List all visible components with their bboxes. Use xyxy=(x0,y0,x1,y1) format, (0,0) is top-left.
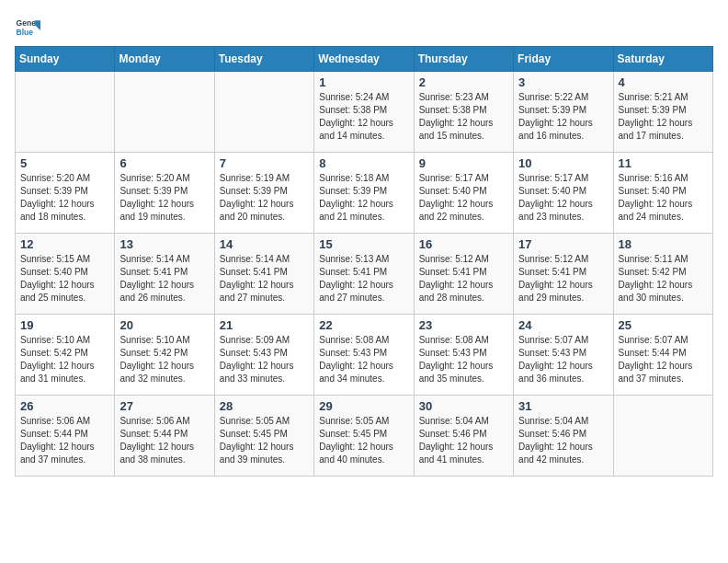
day-number: 18 xyxy=(619,237,708,251)
page-header: General Blue xyxy=(15,15,713,40)
calendar-cell: 25Sunrise: 5:07 AMSunset: 5:44 PMDayligh… xyxy=(613,315,712,396)
weekday-header-row: SundayMondayTuesdayWednesdayThursdayFrid… xyxy=(16,47,713,72)
day-number: 3 xyxy=(518,75,608,89)
day-info: Sunrise: 5:14 AMSunset: 5:41 PMDaylight:… xyxy=(119,253,209,304)
day-info: Sunrise: 5:13 AMSunset: 5:41 PMDaylight:… xyxy=(319,253,408,304)
weekday-header-tuesday: Tuesday xyxy=(214,47,313,72)
day-info: Sunrise: 5:12 AMSunset: 5:41 PMDaylight:… xyxy=(419,253,508,304)
day-number: 5 xyxy=(20,156,109,170)
calendar-cell: 1Sunrise: 5:24 AMSunset: 5:38 PMDaylight… xyxy=(314,72,414,153)
day-info: Sunrise: 5:20 AMSunset: 5:39 PMDaylight:… xyxy=(20,172,109,224)
calendar-cell: 20Sunrise: 5:10 AMSunset: 5:42 PMDayligh… xyxy=(115,315,214,396)
day-info: Sunrise: 5:24 AMSunset: 5:38 PMDaylight:… xyxy=(319,91,408,143)
day-number: 26 xyxy=(20,399,109,413)
day-info: Sunrise: 5:08 AMSunset: 5:43 PMDaylight:… xyxy=(419,334,508,385)
calendar-cell: 15Sunrise: 5:13 AMSunset: 5:41 PMDayligh… xyxy=(314,234,414,315)
day-number: 16 xyxy=(419,237,508,251)
day-number: 19 xyxy=(20,318,109,332)
day-number: 6 xyxy=(119,156,209,170)
calendar-cell: 3Sunrise: 5:22 AMSunset: 5:39 PMDaylight… xyxy=(514,72,613,153)
day-number: 29 xyxy=(319,399,408,413)
weekday-header-monday: Monday xyxy=(115,47,214,72)
weekday-header-wednesday: Wednesday xyxy=(314,47,414,72)
day-info: Sunrise: 5:22 AMSunset: 5:39 PMDaylight:… xyxy=(518,91,608,143)
day-number: 17 xyxy=(518,237,608,251)
day-number: 20 xyxy=(119,318,209,332)
day-number: 31 xyxy=(518,399,608,413)
calendar-week-5: 26Sunrise: 5:06 AMSunset: 5:44 PMDayligh… xyxy=(16,396,713,477)
day-number: 7 xyxy=(220,156,309,170)
weekday-header-saturday: Saturday xyxy=(613,47,712,72)
day-info: Sunrise: 5:08 AMSunset: 5:43 PMDaylight:… xyxy=(319,334,408,385)
svg-text:Blue: Blue xyxy=(17,28,34,37)
weekday-header-sunday: Sunday xyxy=(16,47,115,72)
day-number: 30 xyxy=(419,399,508,413)
day-info: Sunrise: 5:19 AMSunset: 5:39 PMDaylight:… xyxy=(220,172,309,224)
day-number: 21 xyxy=(220,318,309,332)
calendar-cell: 17Sunrise: 5:12 AMSunset: 5:41 PMDayligh… xyxy=(514,234,613,315)
day-info: Sunrise: 5:16 AMSunset: 5:40 PMDaylight:… xyxy=(619,172,708,224)
day-info: Sunrise: 5:17 AMSunset: 5:40 PMDaylight:… xyxy=(518,172,608,224)
day-number: 27 xyxy=(119,399,209,413)
calendar-cell: 18Sunrise: 5:11 AMSunset: 5:42 PMDayligh… xyxy=(613,234,712,315)
calendar-cell: 31Sunrise: 5:04 AMSunset: 5:46 PMDayligh… xyxy=(514,396,613,477)
calendar-cell: 28Sunrise: 5:05 AMSunset: 5:45 PMDayligh… xyxy=(214,396,313,477)
day-number: 22 xyxy=(319,318,408,332)
weekday-header-thursday: Thursday xyxy=(414,47,513,72)
day-info: Sunrise: 5:06 AMSunset: 5:44 PMDaylight:… xyxy=(20,415,109,466)
day-number: 11 xyxy=(619,156,708,170)
day-number: 2 xyxy=(419,75,508,89)
day-number: 25 xyxy=(619,318,708,332)
day-info: Sunrise: 5:15 AMSunset: 5:40 PMDaylight:… xyxy=(20,253,109,304)
calendar-cell: 23Sunrise: 5:08 AMSunset: 5:43 PMDayligh… xyxy=(414,315,513,396)
calendar-cell xyxy=(115,72,214,153)
day-info: Sunrise: 5:23 AMSunset: 5:38 PMDaylight:… xyxy=(419,91,508,143)
day-info: Sunrise: 5:10 AMSunset: 5:42 PMDaylight:… xyxy=(20,334,109,385)
calendar-cell: 13Sunrise: 5:14 AMSunset: 5:41 PMDayligh… xyxy=(115,234,214,315)
day-info: Sunrise: 5:17 AMSunset: 5:40 PMDaylight:… xyxy=(419,172,508,224)
calendar-cell: 24Sunrise: 5:07 AMSunset: 5:43 PMDayligh… xyxy=(514,315,613,396)
day-info: Sunrise: 5:11 AMSunset: 5:42 PMDaylight:… xyxy=(619,253,708,304)
calendar-cell: 6Sunrise: 5:20 AMSunset: 5:39 PMDaylight… xyxy=(115,153,214,234)
calendar-cell: 22Sunrise: 5:08 AMSunset: 5:43 PMDayligh… xyxy=(314,315,414,396)
day-info: Sunrise: 5:05 AMSunset: 5:45 PMDaylight:… xyxy=(319,415,408,466)
weekday-header-friday: Friday xyxy=(514,47,613,72)
day-number: 23 xyxy=(419,318,508,332)
day-info: Sunrise: 5:04 AMSunset: 5:46 PMDaylight:… xyxy=(518,415,608,466)
calendar-cell: 9Sunrise: 5:17 AMSunset: 5:40 PMDaylight… xyxy=(414,153,513,234)
calendar-cell: 8Sunrise: 5:18 AMSunset: 5:39 PMDaylight… xyxy=(314,153,414,234)
day-info: Sunrise: 5:05 AMSunset: 5:45 PMDaylight:… xyxy=(220,415,309,466)
calendar-cell: 10Sunrise: 5:17 AMSunset: 5:40 PMDayligh… xyxy=(514,153,613,234)
day-info: Sunrise: 5:09 AMSunset: 5:43 PMDaylight:… xyxy=(220,334,309,385)
calendar-week-3: 12Sunrise: 5:15 AMSunset: 5:40 PMDayligh… xyxy=(16,234,713,315)
logo-icon: General Blue xyxy=(15,15,40,40)
calendar-cell: 29Sunrise: 5:05 AMSunset: 5:45 PMDayligh… xyxy=(314,396,414,477)
day-number: 24 xyxy=(518,318,608,332)
calendar-week-2: 5Sunrise: 5:20 AMSunset: 5:39 PMDaylight… xyxy=(16,153,713,234)
day-info: Sunrise: 5:07 AMSunset: 5:43 PMDaylight:… xyxy=(518,334,608,385)
calendar-cell: 27Sunrise: 5:06 AMSunset: 5:44 PMDayligh… xyxy=(115,396,214,477)
calendar-cell: 4Sunrise: 5:21 AMSunset: 5:39 PMDaylight… xyxy=(613,72,712,153)
calendar-cell: 11Sunrise: 5:16 AMSunset: 5:40 PMDayligh… xyxy=(613,153,712,234)
day-info: Sunrise: 5:18 AMSunset: 5:39 PMDaylight:… xyxy=(319,172,408,224)
day-number: 8 xyxy=(319,156,408,170)
day-info: Sunrise: 5:07 AMSunset: 5:44 PMDaylight:… xyxy=(619,334,708,385)
day-number: 9 xyxy=(419,156,508,170)
day-info: Sunrise: 5:04 AMSunset: 5:46 PMDaylight:… xyxy=(419,415,508,466)
calendar-cell: 16Sunrise: 5:12 AMSunset: 5:41 PMDayligh… xyxy=(414,234,513,315)
calendar-cell: 19Sunrise: 5:10 AMSunset: 5:42 PMDayligh… xyxy=(16,315,115,396)
calendar-cell xyxy=(16,72,115,153)
day-info: Sunrise: 5:14 AMSunset: 5:41 PMDaylight:… xyxy=(220,253,309,304)
calendar-cell: 12Sunrise: 5:15 AMSunset: 5:40 PMDayligh… xyxy=(16,234,115,315)
day-number: 14 xyxy=(220,237,309,251)
calendar-cell xyxy=(613,396,712,477)
calendar-cell: 5Sunrise: 5:20 AMSunset: 5:39 PMDaylight… xyxy=(16,153,115,234)
calendar-cell: 14Sunrise: 5:14 AMSunset: 5:41 PMDayligh… xyxy=(214,234,313,315)
calendar-week-1: 1Sunrise: 5:24 AMSunset: 5:38 PMDaylight… xyxy=(16,72,713,153)
day-number: 1 xyxy=(319,75,408,89)
day-number: 12 xyxy=(20,237,109,251)
day-info: Sunrise: 5:10 AMSunset: 5:42 PMDaylight:… xyxy=(119,334,209,385)
calendar-table: SundayMondayTuesdayWednesdayThursdayFrid… xyxy=(15,46,713,477)
calendar-cell: 7Sunrise: 5:19 AMSunset: 5:39 PMDaylight… xyxy=(214,153,313,234)
svg-marker-2 xyxy=(35,20,40,30)
